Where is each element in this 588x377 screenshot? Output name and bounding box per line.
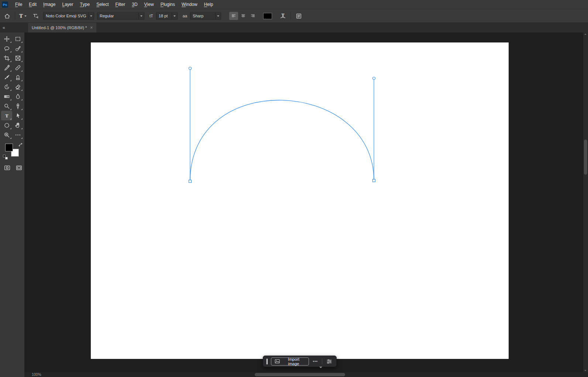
font-style-select[interactable]: Regular	[97, 12, 144, 20]
alignment-group	[229, 12, 257, 20]
import-image-label: Import image	[282, 357, 305, 366]
ellipsis-icon	[15, 132, 21, 138]
properties-button[interactable]	[326, 359, 333, 364]
align-right-button[interactable]	[248, 12, 257, 20]
vertical-scroll-thumb[interactable]	[584, 140, 587, 175]
chevron-down-icon[interactable]	[215, 13, 221, 19]
home-icon	[4, 13, 10, 19]
menu-type[interactable]: Type	[76, 0, 93, 9]
text-color-swatch[interactable]	[263, 13, 272, 19]
default-colors-icon[interactable]	[3, 155, 8, 160]
align-center-button[interactable]	[239, 12, 248, 20]
align-left-icon	[231, 13, 236, 19]
drag-handle[interactable]	[267, 359, 268, 364]
ellipse-tool[interactable]	[1, 120, 12, 130]
blur-tool[interactable]	[12, 92, 23, 101]
scroll-up-icon[interactable]	[584, 34, 587, 35]
home-button[interactable]	[2, 11, 12, 21]
edit-toolbar-button[interactable]	[12, 130, 23, 140]
import-image-button[interactable]: Import image	[271, 357, 309, 366]
chevron-down-icon[interactable]	[88, 13, 94, 19]
menu-view[interactable]: View	[141, 0, 157, 9]
lasso-tool[interactable]	[1, 44, 12, 53]
zoom-tool[interactable]	[1, 130, 12, 140]
history-brush-icon	[4, 84, 10, 90]
healing-brush-tool[interactable]	[12, 63, 23, 72]
menu-3d[interactable]: 3D	[128, 0, 141, 9]
dodge-tool[interactable]	[1, 101, 12, 111]
menu-file[interactable]: File	[12, 0, 25, 9]
menu-window[interactable]: Window	[178, 0, 201, 9]
menu-help[interactable]: Help	[201, 0, 217, 9]
type-tool[interactable]: T	[1, 111, 12, 120]
collapse-bar-chevron-icon[interactable]	[319, 367, 322, 370]
clone-stamp-icon	[15, 74, 21, 80]
font-size-select[interactable]: 18 pt	[156, 12, 178, 20]
move-icon	[4, 36, 10, 42]
horizontal-scroll-thumb[interactable]	[255, 373, 345, 376]
text-orientation-button[interactable]	[31, 11, 40, 21]
eraser-icon	[15, 84, 21, 90]
sliders-icon	[326, 359, 332, 364]
chevron-down-icon	[24, 16, 27, 18]
blur-drop-icon	[15, 93, 21, 100]
collapse-tool-panel-button[interactable]: «	[0, 23, 24, 32]
type-icon: T	[4, 113, 10, 119]
rectangular-marquee-tool[interactable]	[12, 34, 23, 44]
menu-layer[interactable]: Layer	[59, 0, 76, 9]
gradient-tool[interactable]	[1, 92, 12, 101]
chevron-down-icon[interactable]	[138, 13, 144, 19]
divider	[15, 12, 15, 20]
tool-path-overlay	[91, 42, 509, 359]
document-canvas[interactable]	[91, 42, 509, 359]
hand-tool[interactable]	[12, 120, 23, 130]
color-widget	[2, 143, 24, 160]
screen-mode-button[interactable]	[16, 165, 23, 171]
font-family-select[interactable]: Noto Color Emoji SVG	[43, 12, 94, 20]
swap-colors-icon[interactable]	[18, 143, 23, 147]
vertical-scrollbar[interactable]	[583, 32, 588, 372]
type-tool-preset-button[interactable]: T	[18, 11, 28, 21]
scroll-down-icon[interactable]	[584, 370, 587, 371]
quick-selection-tool[interactable]	[12, 44, 23, 53]
menu-edit[interactable]: Edit	[25, 0, 40, 9]
pen-icon	[15, 103, 21, 109]
menu-filter[interactable]: Filter	[112, 0, 129, 9]
more-options-button[interactable]: •••	[312, 359, 319, 363]
warp-text-button[interactable]: T	[278, 11, 288, 21]
canvas-area: Import image ••• 100%	[24, 32, 588, 377]
menu-image[interactable]: Image	[40, 0, 59, 9]
anti-alias-select[interactable]: Sharp	[190, 12, 221, 20]
path-selection-tool[interactable]	[12, 111, 23, 120]
foreground-color-swatch[interactable]	[5, 144, 13, 151]
menu-plugins[interactable]: Plugins	[157, 0, 178, 9]
eraser-tool[interactable]	[12, 82, 23, 92]
divider	[290, 12, 291, 20]
move-tool[interactable]	[1, 34, 12, 44]
options-bar: T Noto Color Emoji SVG Regular tT 18 pt …	[0, 9, 588, 23]
menu-select[interactable]: Select	[93, 0, 112, 9]
quick-mask-button[interactable]	[4, 165, 11, 171]
dodge-icon	[4, 103, 10, 109]
toggle-panels-button[interactable]	[294, 11, 303, 21]
crop-tool[interactable]	[1, 53, 12, 63]
clone-stamp-tool[interactable]	[12, 72, 23, 82]
tool-grid: T	[0, 32, 24, 140]
chevron-down-icon[interactable]	[172, 13, 177, 19]
brush-tool[interactable]	[1, 72, 12, 82]
ellipse-icon	[4, 122, 10, 128]
close-tab-icon[interactable]: ×	[90, 25, 93, 30]
tool-panel-bottom	[4, 165, 24, 171]
tool-panel: T	[0, 32, 24, 377]
frame-tool[interactable]	[12, 53, 23, 63]
history-brush-tool[interactable]	[1, 82, 12, 92]
mini-foreground-swatch	[3, 155, 6, 157]
pen-tool[interactable]	[12, 101, 23, 111]
document-tab[interactable]: Untitled-1 @ 100% (RGB/8#) * ×	[28, 23, 96, 32]
zoom-level-text: 100%	[32, 373, 41, 377]
eyedropper-tool[interactable]	[1, 63, 12, 72]
align-left-button[interactable]	[229, 12, 238, 20]
quick-mask-icon	[4, 165, 11, 171]
font-family-value: Noto Color Emoji SVG	[44, 14, 88, 18]
mini-background-swatch	[5, 157, 8, 160]
